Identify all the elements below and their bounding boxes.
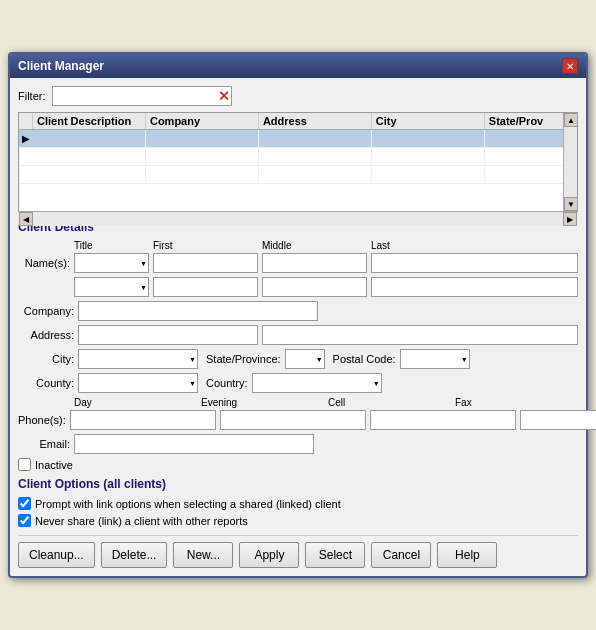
window-title: Client Manager	[18, 59, 104, 73]
client-table: Client Description Company Address City …	[18, 112, 578, 212]
evening-col-header: Evening	[201, 397, 324, 408]
fax-input[interactable]	[520, 410, 596, 430]
select-button[interactable]: Select	[305, 542, 365, 568]
postal-label: Postal Code:	[333, 353, 396, 365]
filter-row: Filter: ✕	[18, 86, 578, 106]
middle-input-2[interactable]	[262, 277, 367, 297]
scroll-up-button[interactable]: ▲	[564, 113, 578, 127]
filter-input-wrap: ✕	[52, 86, 232, 106]
client-manager-window: Client Manager ✕ Filter: ✕ Client Descri…	[8, 52, 588, 578]
scroll-track-h	[33, 212, 563, 226]
option1-row: Prompt with link options when selecting …	[18, 497, 578, 510]
title-select-1[interactable]	[74, 253, 149, 273]
state-select[interactable]	[285, 349, 325, 369]
name-label: Name(s):	[18, 257, 70, 269]
middle-col-header: Middle	[262, 240, 367, 251]
evening-phone-input[interactable]	[220, 410, 366, 430]
email-input[interactable]	[74, 434, 314, 454]
new-button[interactable]: New...	[173, 542, 233, 568]
row-indicator	[19, 148, 33, 165]
company-label: Company:	[18, 305, 74, 317]
bottom-buttons: Cleanup... Delete... New... Apply Select…	[18, 535, 578, 568]
address-row: Address:	[18, 325, 578, 345]
scroll-down-button[interactable]: ▼	[564, 197, 578, 211]
filter-label: Filter:	[18, 90, 46, 102]
inactive-label: Inactive	[35, 459, 73, 471]
cell-col-header: Cell	[328, 397, 451, 408]
cell-address	[259, 130, 372, 147]
city-state-postal-row: City: State/Province: Postal Code:	[18, 349, 578, 369]
option1-label: Prompt with link options when selecting …	[35, 498, 341, 510]
email-row: Email:	[18, 434, 578, 454]
vertical-scrollbar[interactable]: ▲ ▼	[563, 113, 577, 211]
col-header-city: City	[372, 113, 485, 129]
title-select-wrap-1	[74, 253, 149, 273]
city-label: City:	[18, 353, 74, 365]
name-row-1: Name(s):	[18, 253, 578, 273]
scroll-left-button[interactable]: ◀	[19, 212, 33, 226]
table-header: Client Description Company Address City …	[19, 113, 577, 130]
last-input-2[interactable]	[371, 277, 578, 297]
col-header-client-description: Client Description	[33, 113, 146, 129]
option2-checkbox[interactable]	[18, 514, 31, 527]
phone-label: Phone(s):	[18, 414, 66, 426]
row-indicator: ▶	[19, 130, 33, 147]
apply-button[interactable]: Apply	[239, 542, 299, 568]
first-input-1[interactable]	[153, 253, 258, 273]
county-country-row: County: Country:	[18, 373, 578, 393]
last-input-1[interactable]	[371, 253, 578, 273]
fax-col-header: Fax	[455, 397, 578, 408]
county-select-wrap	[78, 373, 198, 393]
company-row: Company:	[18, 301, 578, 321]
county-label: County:	[18, 377, 74, 389]
name-headers: Title First Middle Last	[74, 240, 578, 251]
country-select[interactable]	[252, 373, 382, 393]
phone-row: Phone(s):	[18, 410, 578, 430]
table-body: ▶	[19, 130, 577, 184]
country-label: Country:	[206, 377, 248, 389]
option1-checkbox[interactable]	[18, 497, 31, 510]
scroll-track-v	[564, 127, 577, 197]
first-col-header: First	[153, 240, 258, 251]
cleanup-button[interactable]: Cleanup...	[18, 542, 95, 568]
county-select[interactable]	[78, 373, 198, 393]
company-input[interactable]	[78, 301, 318, 321]
close-button[interactable]: ✕	[562, 58, 578, 74]
table-row[interactable]	[19, 148, 577, 166]
client-options-section: Client Options (all clients) Prompt with…	[18, 477, 578, 527]
last-col-header: Last	[371, 240, 578, 251]
filter-clear-icon[interactable]: ✕	[218, 89, 230, 103]
title-bar: Client Manager ✕	[10, 54, 586, 78]
inactive-row: Inactive	[18, 458, 578, 471]
day-col-header: Day	[74, 397, 197, 408]
table-row[interactable]	[19, 166, 577, 184]
client-options-title: Client Options (all clients)	[18, 477, 578, 491]
title-select-wrap-2	[74, 277, 149, 297]
inactive-checkbox[interactable]	[18, 458, 31, 471]
delete-button[interactable]: Delete...	[101, 542, 168, 568]
middle-input-1[interactable]	[262, 253, 367, 273]
postal-select[interactable]	[400, 349, 470, 369]
email-label: Email:	[18, 438, 70, 450]
title-col-header: Title	[74, 240, 149, 251]
city-select[interactable]	[78, 349, 198, 369]
phone-headers: Day Evening Cell Fax	[74, 397, 578, 408]
first-input-2[interactable]	[153, 277, 258, 297]
option2-label: Never share (link) a client with other r…	[35, 515, 248, 527]
address-input-1[interactable]	[78, 325, 258, 345]
help-button[interactable]: Help	[437, 542, 497, 568]
title-select-2[interactable]	[74, 277, 149, 297]
table-row[interactable]: ▶	[19, 130, 577, 148]
day-phone-input[interactable]	[70, 410, 216, 430]
scroll-right-button[interactable]: ▶	[563, 212, 577, 226]
filter-input[interactable]	[52, 86, 232, 106]
client-details-section: Client Details Title First Middle Last N…	[18, 220, 578, 471]
cancel-button[interactable]: Cancel	[371, 542, 431, 568]
country-select-wrap	[252, 373, 382, 393]
name-row-2	[18, 277, 578, 297]
col-header-company: Company	[146, 113, 259, 129]
cell-city	[372, 130, 485, 147]
address-input-2[interactable]	[262, 325, 578, 345]
state-label: State/Province:	[206, 353, 281, 365]
cell-phone-input[interactable]	[370, 410, 516, 430]
